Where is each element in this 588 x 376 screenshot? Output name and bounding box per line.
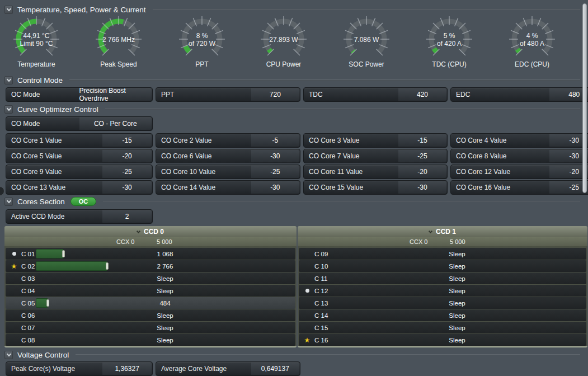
co-core-8-value-field[interactable]: CO Core 8 Value-30 bbox=[450, 149, 588, 163]
field-value[interactable]: Precision Boost Overdrive bbox=[79, 88, 152, 101]
chevron-down-icon bbox=[6, 198, 11, 203]
edc-field[interactable]: EDC480 bbox=[450, 87, 588, 102]
star-icon: ★ bbox=[9, 260, 19, 272]
field-label: CO Core 13 Value bbox=[11, 181, 65, 194]
edge-handle[interactable] bbox=[0, 186, 4, 196]
header-rule bbox=[153, 9, 580, 10]
core-row-c-03[interactable]: C 03Sleep bbox=[6, 272, 295, 284]
peak-core-s-voltage-field[interactable]: Peak Core(s) Voltage1,36327 bbox=[6, 361, 153, 376]
core-value: Sleep bbox=[36, 285, 294, 297]
dot-shape bbox=[12, 252, 16, 256]
gauge-edc-cpu: 4 %of 480 AEDC (CPU) bbox=[498, 16, 566, 69]
co-core-5-value-field[interactable]: CO Core 5 Value-20 bbox=[6, 149, 153, 163]
co-core-16-value-field[interactable]: CO Core 16 Value-25 bbox=[450, 180, 588, 195]
co-core-1-value-field[interactable]: CO Core 1 Value-15 bbox=[6, 133, 153, 148]
field-value[interactable]: 1,36327 bbox=[102, 363, 152, 375]
collapse-button[interactable] bbox=[4, 351, 13, 359]
active-ccd-mode-field[interactable]: Active CCD Mode2 bbox=[6, 209, 153, 224]
field-value[interactable]: -15 bbox=[102, 134, 152, 147]
core-row-c-05[interactable]: C 05484 bbox=[6, 297, 295, 309]
core-label: C 03 bbox=[21, 272, 35, 284]
field-label: CO Core 10 Value bbox=[161, 165, 215, 178]
core-value: Sleep bbox=[329, 334, 585, 346]
core-row-c-01[interactable]: C 011 068 bbox=[6, 248, 295, 260]
field-value[interactable]: 420 bbox=[398, 88, 446, 101]
core-value: Sleep bbox=[329, 285, 585, 297]
co-core-12-value-field[interactable]: CO Core 12 Value-20 bbox=[450, 164, 588, 179]
co-core-14-value-field[interactable]: CO Core 14 Value-30 bbox=[156, 180, 300, 195]
core-value: 1 068 bbox=[36, 248, 294, 260]
section-title: Voltage Control bbox=[17, 351, 69, 359]
ppt-field[interactable]: PPT720 bbox=[156, 87, 300, 102]
core-row-c-15[interactable]: C 15Sleep bbox=[299, 322, 586, 333]
field-value[interactable]: 720 bbox=[251, 88, 299, 101]
core-row-c-16[interactable]: ★C 16Sleep bbox=[299, 334, 586, 346]
field-value[interactable]: -30 bbox=[102, 181, 152, 194]
core-label: C 08 bbox=[21, 334, 35, 346]
ccd-title: CCD 0 bbox=[144, 228, 164, 236]
oc-mode-field[interactable]: OC ModePrecision Boost Overdrive bbox=[6, 87, 153, 102]
co-core-10-value-field[interactable]: CO Core 10 Value-25 bbox=[156, 164, 300, 179]
ccd-header[interactable]: CCD 0 bbox=[4, 226, 297, 237]
field-value[interactable]: 0,649137 bbox=[251, 363, 299, 375]
field-value[interactable]: -15 bbox=[398, 134, 446, 147]
co-core-7-value-field[interactable]: CO Core 7 Value-25 bbox=[303, 149, 448, 163]
core-row-c-02[interactable]: ★C 022 766 bbox=[6, 260, 295, 272]
field-value[interactable]: -20 bbox=[398, 166, 446, 178]
core-label: C 09 bbox=[314, 248, 328, 260]
collapse-button[interactable] bbox=[4, 76, 13, 84]
core-label: C 04 bbox=[21, 285, 35, 297]
co-core-9-value-field[interactable]: CO Core 9 Value-25 bbox=[6, 164, 153, 179]
collapse-button[interactable] bbox=[4, 6, 13, 14]
field-value[interactable]: CO - Per Core bbox=[79, 118, 152, 130]
core-row-c-04[interactable]: C 04Sleep bbox=[6, 285, 295, 297]
gauge-value-line1: 7.086 W bbox=[354, 36, 379, 44]
core-row-c-10[interactable]: C 10Sleep bbox=[299, 260, 586, 272]
field-label: Average Core Voltage bbox=[161, 362, 227, 375]
co-core-13-value-field[interactable]: CO Core 13 Value-30 bbox=[6, 180, 153, 195]
gauge-value-line1: 8 % bbox=[196, 32, 208, 40]
core-row-c-08[interactable]: C 08Sleep bbox=[6, 334, 295, 346]
core-row-c-09[interactable]: C 09Sleep bbox=[299, 248, 586, 260]
star-icon: ★ bbox=[302, 334, 312, 346]
gauge-value-line1: 44,91 °C bbox=[23, 32, 50, 40]
field-value[interactable]: -30 bbox=[251, 150, 299, 162]
chevron-down-icon bbox=[429, 229, 432, 233]
co-core-15-value-field[interactable]: CO Core 15 Value-30 bbox=[303, 180, 448, 195]
field-label: CO Core 1 Value bbox=[11, 134, 62, 147]
header-rule bbox=[103, 201, 580, 202]
gauge-value-line2: of 420 A bbox=[437, 40, 462, 48]
gauge-value: 7.086 W bbox=[333, 25, 400, 55]
co-core-3-value-field[interactable]: CO Core 3 Value-15 bbox=[303, 133, 448, 148]
field-value[interactable]: -25 bbox=[251, 166, 299, 178]
field-label: CO Core 4 Value bbox=[456, 134, 507, 147]
tdc-field[interactable]: TDC420 bbox=[303, 87, 448, 102]
gauge-value-line2: of 720 W bbox=[189, 40, 215, 48]
field-value[interactable]: -20 bbox=[102, 150, 152, 162]
field-value[interactable]: -30 bbox=[398, 181, 446, 194]
co-mode-field[interactable]: CO ModeCO - Per Core bbox=[6, 116, 153, 131]
field-value[interactable]: -30 bbox=[251, 181, 299, 194]
collapse-button[interactable] bbox=[4, 198, 13, 206]
gauge-peak-speed: 2 766 MHzPeak Speed bbox=[85, 16, 152, 69]
core-row-c-07[interactable]: C 07Sleep bbox=[6, 322, 295, 333]
field-value[interactable]: -25 bbox=[398, 150, 446, 162]
gauge-ppt: 8 %of 720 WPPT bbox=[168, 16, 236, 69]
core-row-c-11[interactable]: C 11Sleep bbox=[299, 272, 586, 284]
core-row-c-06[interactable]: C 06Sleep bbox=[6, 309, 295, 321]
ccd-header[interactable]: CCD 1 bbox=[298, 226, 587, 237]
average-core-voltage-field[interactable]: Average Core Voltage0,649137 bbox=[156, 361, 300, 376]
field-value[interactable]: 2 bbox=[102, 210, 152, 223]
co-core-2-value-field[interactable]: CO Core 2 Value-5 bbox=[156, 133, 300, 148]
scrollbar-thumb[interactable] bbox=[582, 3, 587, 193]
field-value[interactable]: -5 bbox=[251, 134, 299, 147]
collapse-button[interactable] bbox=[4, 105, 13, 114]
core-row-c-13[interactable]: C 13Sleep bbox=[299, 297, 586, 309]
field-value[interactable]: -25 bbox=[102, 166, 152, 178]
core-row-c-14[interactable]: C 14Sleep bbox=[299, 309, 586, 321]
co-core-6-value-field[interactable]: CO Core 6 Value-30 bbox=[156, 149, 300, 163]
co-core-4-value-field[interactable]: CO Core 4 Value-30 bbox=[450, 133, 588, 148]
core-label: C 13 bbox=[314, 297, 328, 309]
core-row-c-12[interactable]: C 12Sleep bbox=[299, 285, 586, 297]
co-core-11-value-field[interactable]: CO Core 11 Value-20 bbox=[303, 164, 448, 179]
